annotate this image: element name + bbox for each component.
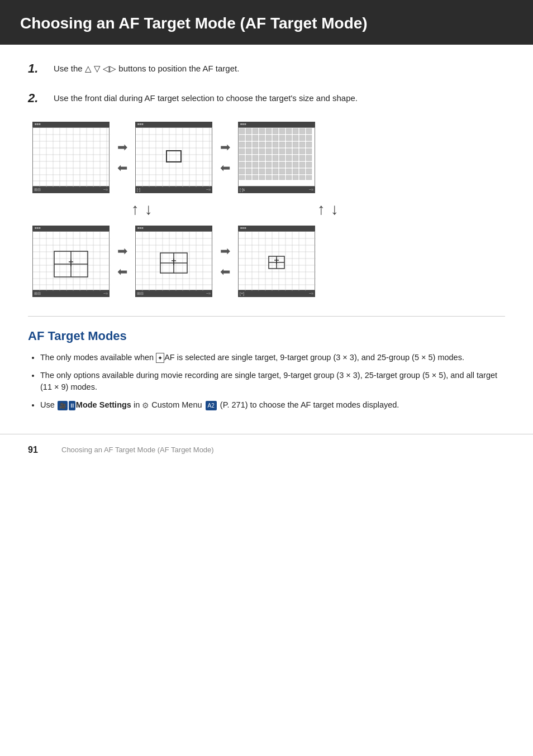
bullet-1: The only modes available when ✦AF is sel… bbox=[40, 352, 505, 364]
svg-rect-104 bbox=[306, 162, 312, 168]
svg-rect-102 bbox=[293, 162, 298, 168]
svg-rect-84 bbox=[246, 155, 251, 161]
af-target-modes-list: The only modes available when ✦AF is sel… bbox=[28, 352, 505, 412]
svg-rect-65 bbox=[266, 142, 272, 147]
arrow-col-2: ➡ ⬅ bbox=[220, 138, 230, 177]
camera-diagram-4: ■■■ bbox=[32, 226, 110, 297]
step-2-text: Use the front dial during AF target sele… bbox=[54, 90, 358, 105]
camera-diagram-1: ■■■ bbox=[32, 122, 110, 193]
svg-rect-88 bbox=[273, 155, 278, 161]
svg-rect-122 bbox=[279, 175, 285, 180]
step-1-text: Use the △ ▽ ◁▷ buttons to position the A… bbox=[54, 60, 239, 75]
svg-rect-117 bbox=[246, 175, 251, 180]
svg-rect-109 bbox=[266, 169, 272, 174]
step-2-number: 2. bbox=[28, 90, 48, 107]
svg-rect-56 bbox=[279, 135, 285, 141]
svg-rect-90 bbox=[286, 155, 292, 161]
svg-rect-101 bbox=[286, 162, 292, 168]
svg-rect-85 bbox=[253, 155, 258, 161]
bullet-2: The only options available during movie … bbox=[40, 370, 505, 394]
svg-rect-87 bbox=[266, 155, 272, 161]
svg-rect-55 bbox=[273, 135, 278, 141]
svg-rect-105 bbox=[239, 169, 245, 174]
page-footer: 91 Choosing an AF Target Mode (AF Target… bbox=[0, 434, 533, 466]
svg-rect-116 bbox=[239, 175, 245, 180]
arrow-col-1: ➡ ⬅ bbox=[117, 138, 127, 177]
svg-rect-96 bbox=[253, 162, 258, 168]
svg-rect-111 bbox=[279, 169, 285, 174]
svg-rect-49 bbox=[306, 128, 312, 134]
content-area: 1. Use the △ ▽ ◁▷ buttons to position th… bbox=[0, 60, 533, 412]
diagrams-area: ■■■ bbox=[28, 119, 505, 299]
svg-rect-86 bbox=[259, 155, 265, 161]
svg-rect-123 bbox=[286, 175, 292, 180]
footer-page-number: 91 bbox=[28, 443, 50, 457]
svg-rect-51 bbox=[246, 135, 251, 141]
step-1: 1. Use the △ ▽ ◁▷ buttons to position th… bbox=[28, 60, 505, 78]
svg-rect-81 bbox=[299, 149, 305, 154]
svg-rect-77 bbox=[273, 149, 278, 154]
vertical-arrows-top: ↑ ↓ ↑ ↓ bbox=[28, 198, 505, 221]
bullet-3: Use 🎥⁞⁞Mode Settings in ⚙ Custom Menu A2… bbox=[40, 399, 505, 412]
svg-rect-75 bbox=[259, 149, 265, 154]
step-1-number: 1. bbox=[28, 60, 48, 78]
svg-rect-60 bbox=[306, 135, 312, 141]
camera-icon-badge: 🎥 bbox=[58, 401, 68, 410]
svg-rect-47 bbox=[293, 128, 298, 134]
svg-rect-108 bbox=[259, 169, 265, 174]
svg-rect-43 bbox=[266, 128, 272, 134]
svg-rect-121 bbox=[273, 175, 278, 180]
svg-rect-107 bbox=[253, 169, 258, 174]
svg-rect-114 bbox=[299, 169, 305, 174]
svg-rect-113 bbox=[293, 169, 298, 174]
svg-rect-118 bbox=[253, 175, 258, 180]
arrow-col-4: ➡ ⬅ bbox=[220, 242, 230, 281]
svg-rect-72 bbox=[239, 149, 245, 154]
svg-rect-98 bbox=[266, 162, 272, 168]
svg-rect-83 bbox=[239, 155, 245, 161]
svg-rect-54 bbox=[266, 135, 272, 141]
camera-diagram-3: ■■■ bbox=[238, 122, 315, 193]
svg-rect-69 bbox=[293, 142, 298, 147]
svg-rect-45 bbox=[279, 128, 285, 134]
svg-rect-44 bbox=[273, 128, 278, 134]
camera-diagram-5: ■■■ bbox=[135, 226, 212, 297]
svg-rect-99 bbox=[273, 162, 278, 168]
svg-rect-46 bbox=[286, 128, 292, 134]
svg-rect-71 bbox=[306, 142, 312, 147]
svg-rect-64 bbox=[259, 142, 265, 147]
svg-rect-125 bbox=[299, 175, 305, 180]
svg-rect-115 bbox=[306, 169, 312, 174]
custom-menu-text: Custom Menu bbox=[151, 400, 202, 409]
svg-rect-61 bbox=[239, 142, 245, 147]
svg-rect-95 bbox=[246, 162, 251, 168]
svg-rect-76 bbox=[266, 149, 272, 154]
svg-rect-74 bbox=[253, 149, 258, 154]
svg-rect-103 bbox=[299, 162, 305, 168]
section-divider bbox=[28, 316, 505, 317]
svg-rect-97 bbox=[259, 162, 265, 168]
dots-icon-badge: ⁞⁞ bbox=[69, 401, 75, 410]
footer-title: Choosing an AF Target Mode (AF Target Mo… bbox=[61, 444, 214, 456]
svg-rect-126 bbox=[306, 175, 312, 180]
svg-rect-39 bbox=[239, 128, 245, 134]
svg-rect-66 bbox=[273, 142, 278, 147]
svg-rect-48 bbox=[299, 128, 305, 134]
svg-rect-52 bbox=[253, 135, 258, 141]
step-2: 2. Use the front dial during AF target s… bbox=[28, 90, 505, 107]
svg-rect-119 bbox=[259, 175, 265, 180]
page-title: Choosing an AF Target Mode (AF Target Mo… bbox=[20, 13, 513, 34]
svg-rect-40 bbox=[246, 128, 251, 134]
svg-rect-110 bbox=[273, 169, 278, 174]
svg-rect-50 bbox=[239, 135, 245, 141]
svg-rect-63 bbox=[253, 142, 258, 147]
svg-rect-79 bbox=[286, 149, 292, 154]
svg-rect-73 bbox=[246, 149, 251, 154]
svg-rect-57 bbox=[286, 135, 292, 141]
svg-rect-38 bbox=[166, 151, 181, 162]
svg-rect-91 bbox=[293, 155, 298, 161]
svg-rect-82 bbox=[306, 149, 312, 154]
svg-rect-89 bbox=[279, 155, 285, 161]
diagram-row-2: ■■■ bbox=[28, 223, 505, 299]
svg-rect-59 bbox=[299, 135, 305, 141]
